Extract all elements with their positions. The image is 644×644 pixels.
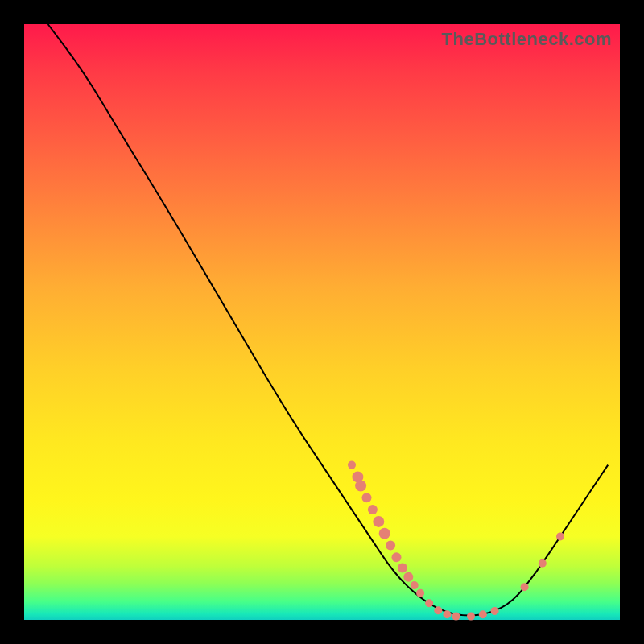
data-dot xyxy=(379,528,390,539)
data-dot xyxy=(403,572,413,582)
data-dots-group xyxy=(348,461,564,621)
data-dot xyxy=(521,583,529,591)
data-dot xyxy=(539,559,547,568)
data-dot xyxy=(368,505,378,514)
data-dot xyxy=(398,564,407,573)
bottleneck-curve xyxy=(48,24,609,616)
data-dot xyxy=(452,613,460,621)
chart-frame: TheBottleneck.com xyxy=(24,24,620,620)
data-dot xyxy=(373,516,384,527)
data-dot xyxy=(392,552,402,562)
chart-svg xyxy=(24,24,620,620)
data-dot xyxy=(491,607,499,615)
data-dot xyxy=(556,532,564,540)
data-dot xyxy=(416,589,424,597)
data-dot xyxy=(443,610,451,618)
data-dot xyxy=(434,606,442,614)
data-dot xyxy=(425,599,433,607)
data-dot xyxy=(386,541,395,551)
data-dot xyxy=(355,481,366,492)
data-dot xyxy=(411,581,419,589)
data-dot xyxy=(467,613,475,621)
data-dot xyxy=(348,461,356,469)
data-dot xyxy=(362,493,372,502)
data-dot xyxy=(479,610,487,618)
